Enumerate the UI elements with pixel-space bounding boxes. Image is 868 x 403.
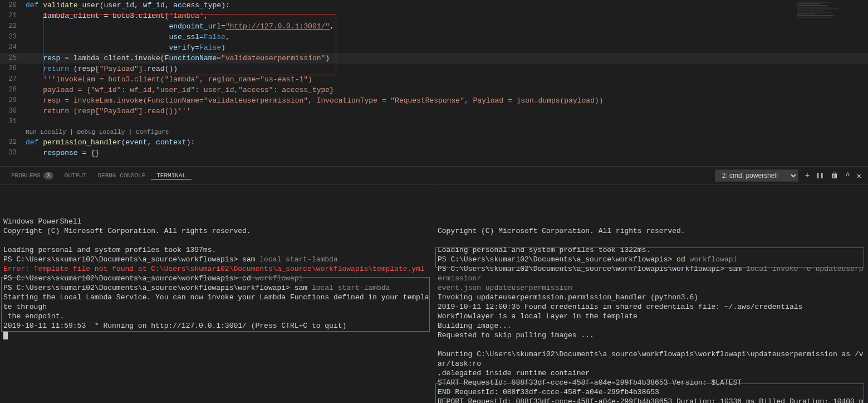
problems-badge: 3 — [43, 172, 53, 179]
code-line[interactable]: 21 lambda_client = boto3.client('lambda'… — [0, 11, 868, 21]
code-line[interactable]: 32def permission_handler(event, context)… — [0, 137, 868, 148]
terminal-line — [3, 331, 430, 340]
terminal-line: Starting the Local Lambda Service. You c… — [3, 293, 430, 312]
terminal-line: Workflowlayer is a local Layer in the te… — [438, 312, 865, 321]
terminal-selector[interactable]: 2: cmd, powershell — [715, 169, 798, 182]
terminal-line: Building image... — [438, 321, 865, 331]
tab-terminal[interactable]: TERMINAL — [151, 172, 192, 179]
terminal-left[interactable]: Windows PowerShellCopyright (C) Microsof… — [0, 185, 434, 403]
terminal-line: Copyright (C) Microsoft Corporation. All… — [438, 226, 865, 236]
terminal-line: PS C:\Users\skumari02\Documents\a_source… — [438, 264, 865, 283]
code-line[interactable]: 26 return (resp["Payload"].read()) — [0, 64, 868, 74]
terminal-line — [438, 236, 865, 245]
terminal-line: Mounting C:\Users\skumari02\Documents\a_… — [438, 349, 865, 368]
tab-output[interactable]: OUTPUT — [59, 172, 92, 179]
tab-debug-console[interactable]: DEBUG CONSOLE — [92, 172, 151, 179]
close-panel-icon[interactable]: ✕ — [857, 171, 861, 181]
terminal-line: PS C:\Users\skumari02\Documents\a_source… — [3, 283, 430, 293]
chevron-up-icon[interactable]: ^ — [845, 171, 850, 180]
terminal-line: Copyright (C) Microsoft Corporation. All… — [3, 226, 430, 236]
code-line[interactable]: 20def validate_user(user_id, wf_id, acce… — [0, 0, 868, 11]
terminal-line — [438, 340, 865, 349]
terminal-container: Windows PowerShellCopyright (C) Microsof… — [0, 185, 868, 403]
code-editor[interactable]: 20def validate_user(user_id, wf_id, acce… — [0, 0, 868, 166]
code-line[interactable]: 30 return (resp["Payload"].read())''' — [0, 106, 868, 116]
terminal-right[interactable]: Copyright (C) Microsoft Corporation. All… — [434, 185, 868, 403]
terminal-line: Loading personal and system profiles too… — [3, 245, 430, 255]
trash-icon[interactable]: 🗑 — [831, 171, 838, 180]
code-line[interactable]: 25 resp = lambda_client.invoke(FunctionN… — [0, 53, 868, 64]
bottom-panel: PROBLEMS 3 OUTPUT DEBUG CONSOLE TERMINAL… — [0, 166, 868, 403]
terminal-line: Error: Template file not found at C:\Use… — [3, 264, 430, 274]
code-line[interactable]: 22 endpoint_url="http://127.0.0.1:3001/"… — [0, 21, 868, 32]
terminal-line: Invoking updateuserpermission.permission… — [438, 293, 865, 302]
minimap[interactable] — [797, 2, 858, 46]
terminal-line — [3, 236, 430, 245]
tab-problems-label: PROBLEMS — [11, 172, 41, 179]
terminal-line: event.json updateuserpermission — [438, 283, 865, 293]
code-line[interactable]: 24 verify=False) — [0, 42, 868, 53]
code-line[interactable]: 33 response = {} — [0, 148, 868, 158]
tab-problems[interactable]: PROBLEMS 3 — [6, 172, 59, 179]
terminal-line: Requested to skip pulling images ... — [438, 331, 865, 340]
terminal-line: the endpoint. — [3, 312, 430, 321]
terminal-line: Windows PowerShell — [3, 217, 430, 226]
terminal-line: 2019-10-11 12:00:35 Found credentials in… — [438, 302, 865, 312]
panel-actions: 2: cmd, powershell + ⫿⫿ 🗑 ^ ✕ — [715, 169, 868, 182]
terminal-line: Loading personal and system profiles too… — [438, 245, 865, 255]
terminal-line: END RequestId: 088f33df-ccce-458f-a04e-2… — [438, 387, 865, 397]
code-line[interactable]: 28 payload = {"wf_id": wf_id,"user_id": … — [0, 85, 868, 95]
terminal-line: START RequestId: 088f33df-ccce-458f-a04e… — [438, 378, 865, 387]
terminal-line: PS C:\Users\skumari02\Documents\a_source… — [3, 255, 430, 264]
code-line[interactable]: 29 resp = invokeLam.invoke(FunctionName=… — [0, 95, 868, 106]
code-line[interactable]: 23 use_ssl=False, — [0, 32, 868, 42]
terminal-line: REPORT RequestId: 088f33df-ccce-458f-a04… — [438, 397, 865, 403]
code-line[interactable]: 27 '''invokeLam = boto3.client("lambda",… — [0, 74, 868, 85]
split-terminal-icon[interactable]: ⫿⫿ — [816, 171, 824, 180]
terminal-line: ,delegated inside runtime container — [438, 368, 865, 378]
codelens[interactable]: Run Locally | Debug Locally | Configure — [0, 127, 868, 137]
terminal-line: PS C:\Users\skumari02\Documents\a_source… — [3, 274, 430, 283]
terminal-line: PS C:\Users\skumari02\Documents\a_source… — [438, 255, 865, 264]
terminal-line: 2019-10-11 11:59:53 * Running on http://… — [3, 321, 430, 331]
code-line[interactable]: 31 — [0, 116, 868, 127]
new-terminal-icon[interactable]: + — [805, 171, 810, 180]
panel-tabs: PROBLEMS 3 OUTPUT DEBUG CONSOLE TERMINAL… — [0, 167, 868, 185]
